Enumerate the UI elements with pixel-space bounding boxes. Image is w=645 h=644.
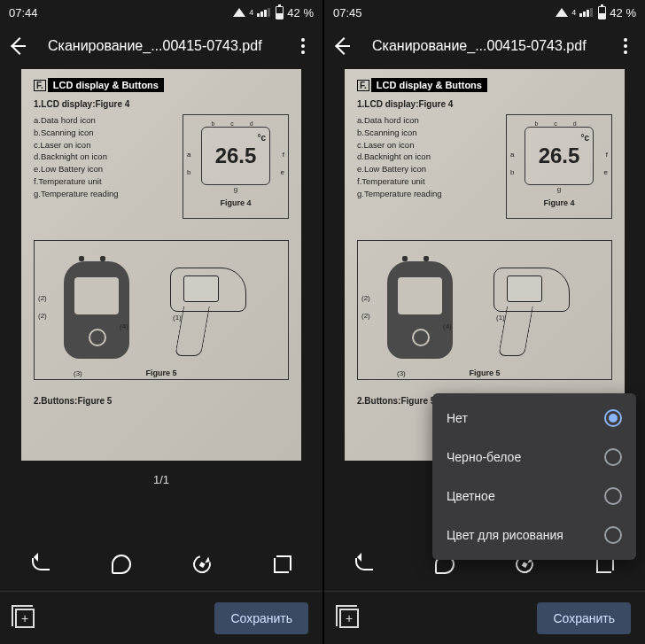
app-bar: Сканирование_...00415-0743.pdf [324,25,645,67]
document-area[interactable]: F.LCD display & Buttons 1.LCD display:Fi… [324,67,645,538]
radio-icon [604,487,622,505]
scanned-page: F.LCD display & Buttons 1.LCD display:Fi… [21,69,301,461]
more-button[interactable] [292,35,314,57]
undo-icon [355,558,373,570]
lcd-screen: 26.5 °c [525,127,594,185]
palette-icon [112,555,131,574]
document-area[interactable]: F.LCD display & Buttons 1.LCD display:Fi… [0,67,322,538]
status-bar: 07:45 4 42 % [324,0,645,25]
legend: a.Data hord icon b.Scanning icon c.Laser… [34,114,174,219]
save-button[interactable]: Сохранить [214,602,308,634]
battery-pct: 42 % [610,6,636,19]
more-icon [624,38,627,54]
signal-icon [257,8,270,17]
add-page-icon [15,609,35,628]
lcd-arrows: b c d [534,120,583,127]
signal-sub: 4 [249,8,253,17]
radio-icon [604,448,622,466]
palette-button[interactable] [105,548,137,580]
section-header: LCD display & Buttons [48,78,164,92]
back-button[interactable] [333,35,354,57]
header-prefix: F. [34,80,46,91]
undo-icon [32,558,50,570]
file-title: Сканирование_...00415-0743.pdf [48,38,275,54]
lcd-figure: b c d ab fe 26.5 °c g Figure 4 [183,114,289,219]
file-title: Сканирование_...00415-0743.pdf [372,38,597,54]
signal-icon [579,8,593,17]
more-button[interactable] [615,35,636,57]
device-side [493,268,591,353]
lcd-figure: b c d ab fe 26.5 °c g Figure 4 [506,114,612,219]
status-bar: 07:44 4 42 % [0,0,322,25]
fig4-label: Figure 4 [220,198,251,207]
radio-icon [604,526,622,544]
app-bar: Сканирование_...00415-0743.pdf [0,25,322,67]
wifi-icon [233,8,245,17]
battery-pct: 42 % [287,6,314,19]
color-option-drawing[interactable]: Цвет для рисования [432,516,636,555]
fig4-label: Figure 4 [543,198,574,207]
device-front [387,261,453,359]
color-option-none[interactable]: Нет [432,399,636,438]
fig5-label: Figure 5 [469,369,500,377]
add-page-button[interactable] [338,608,360,629]
device-side [170,268,268,353]
lcd-arrows: b c d [211,120,260,127]
undo-button[interactable] [25,548,57,580]
battery-icon [598,6,606,19]
fig5-label: Figure 5 [145,369,176,377]
status-right: 4 42 % [233,6,314,19]
line-1: 1.LCD display:Figure 4 [34,99,289,109]
wifi-icon [556,8,568,17]
lcd-screen: 26.5 °c [201,127,270,185]
rotate-button[interactable] [186,548,218,580]
pane-right: 07:45 4 42 % Сканирование_...00415-0743.… [322,0,645,644]
pane-left: 07:44 4 42 % Сканирование_...00415-0743.… [0,0,322,644]
section-header: LCD display & Buttons [371,78,487,92]
bottom-bar: Сохранить [0,591,322,644]
status-time: 07:45 [333,6,362,19]
figure-5: (2) (2) (3) (4) (1) Figure 5 [34,240,289,380]
header-prefix: F. [357,80,369,91]
edit-toolbar [0,538,322,591]
battery-icon [276,6,284,19]
buttons-line: 2.Buttons:Figure 5 [34,396,289,406]
status-time: 07:44 [9,6,38,19]
save-button[interactable]: Сохранить [537,602,631,634]
rotate-icon [190,552,214,576]
more-icon [301,38,305,54]
back-button[interactable] [9,35,30,57]
color-menu: Нет Черно-белое Цветное Цвет для рисован… [432,393,636,560]
signal-sub: 4 [571,8,576,17]
figure-5: (2) (2) (3) (4) (1) Figure 5 [357,240,612,380]
legend: a.Data hord icon b.Scanning icon c.Laser… [357,114,497,219]
status-right: 4 42 % [556,6,636,19]
radio-icon [604,409,622,427]
crop-button[interactable] [267,548,299,580]
bottom-bar: Сохранить [324,591,645,644]
crop-icon [274,555,291,573]
device-front [64,261,129,359]
page-counter: 1/1 [153,473,169,486]
add-page-button[interactable] [14,608,35,629]
line-1: 1.LCD display:Figure 4 [357,99,612,109]
undo-button[interactable] [348,548,380,580]
color-option-color[interactable]: Цветное [432,477,636,516]
add-page-icon [339,609,359,628]
color-option-bw[interactable]: Черно-белое [432,438,636,477]
